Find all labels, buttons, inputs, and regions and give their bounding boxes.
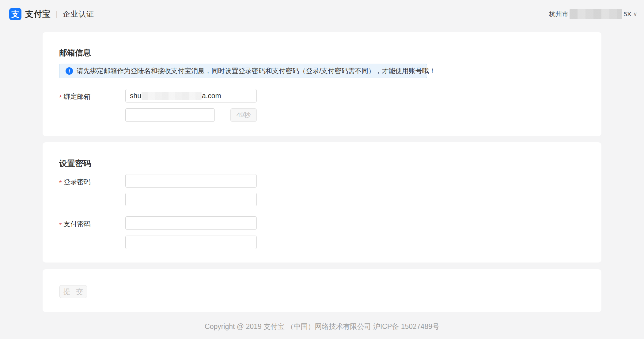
footer-copyright: Copyright @ 2019 支付宝 （中国）网络技术有限公司 沪ICP备 … xyxy=(0,322,644,331)
redacted-company-name xyxy=(570,9,622,19)
pay-password-label-text: 支付密码 xyxy=(64,220,91,229)
info-icon: i xyxy=(66,67,73,75)
bind-email-label-text: 绑定邮箱 xyxy=(64,92,91,101)
required-asterisk: * xyxy=(59,94,62,102)
brand-area: 支 支付宝 | 企业认证 xyxy=(9,8,94,20)
required-asterisk: * xyxy=(59,221,62,229)
login-password-confirm-input[interactable] xyxy=(125,193,257,206)
brand-name: 支付宝 xyxy=(25,9,51,20)
email-input[interactable]: shu a.com xyxy=(125,89,257,102)
product-title: 企业认证 xyxy=(63,9,94,19)
alipay-logo-icon: 支 xyxy=(9,8,21,20)
brand-divider: | xyxy=(56,10,58,18)
chevron-down-icon[interactable]: ∨ xyxy=(633,11,637,17)
submit-card: 提 交 xyxy=(43,269,601,312)
login-password-label-text: 登录密码 xyxy=(64,177,91,187)
password-section-title: 设置密码 xyxy=(59,158,91,169)
page: 支 支付宝 | 企业认证 杭州市 5X ∨ 邮箱信息 i 请先绑定邮箱作为登陆名… xyxy=(0,0,644,339)
submit-button[interactable]: 提 交 xyxy=(59,285,87,298)
info-banner: i 请先绑定邮箱作为登陆名和接收支付宝消息，同时设置登录密码和支付密码（登录/支… xyxy=(59,64,427,78)
redacted-email-segment xyxy=(142,92,202,100)
resend-code-button[interactable]: 49秒 xyxy=(230,108,257,122)
pay-password-confirm-input[interactable] xyxy=(125,236,257,249)
bind-email-label: * 绑定邮箱 xyxy=(59,92,91,101)
top-header: 支 支付宝 | 企业认证 杭州市 5X ∨ xyxy=(0,0,644,28)
email-info-card: 邮箱信息 i 请先绑定邮箱作为登陆名和接收支付宝消息，同时设置登录密码和支付密码… xyxy=(43,32,601,136)
email-section-title: 邮箱信息 xyxy=(59,47,91,58)
password-card: 设置密码 * 登录密码 * 支付密码 xyxy=(43,142,601,263)
email-value-prefix: shu xyxy=(130,92,141,100)
pay-password-input[interactable] xyxy=(125,216,257,230)
login-password-label: * 登录密码 xyxy=(59,177,91,187)
verification-code-input[interactable] xyxy=(125,108,215,122)
pay-password-label: * 支付密码 xyxy=(59,220,91,229)
login-password-input[interactable] xyxy=(125,174,257,188)
account-name-suffix: 5X xyxy=(623,10,631,18)
info-banner-text: 请先绑定邮箱作为登陆名和接收支付宝消息，同时设置登录密码和支付密码（登录/支付密… xyxy=(77,66,436,76)
email-value-suffix: a.com xyxy=(202,92,221,100)
account-name-prefix: 杭州市 xyxy=(549,10,568,18)
account-dropdown[interactable]: 杭州市 5X ∨ xyxy=(549,9,637,19)
required-asterisk: * xyxy=(59,179,62,187)
logo-glyph: 支 xyxy=(11,9,19,20)
